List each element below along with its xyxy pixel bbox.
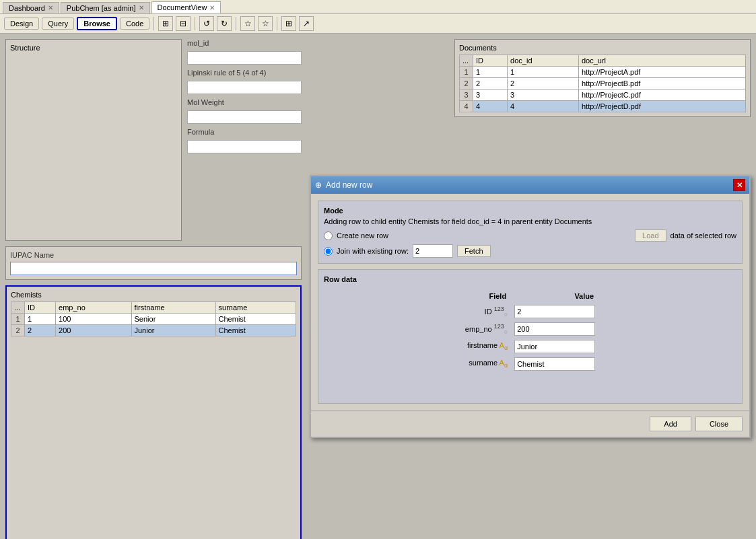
load-button[interactable]: Load [635, 229, 666, 242]
row-num: 1 [460, 67, 473, 78]
list-item: emp_no 123○ [462, 321, 598, 337]
doc-id: 2 [473, 78, 508, 89]
tab-pubchem-label: PubChem [as admin] [67, 4, 136, 12]
tab-documentview-label: DocumentView [158, 3, 207, 11]
toolbar-sep-3 [236, 17, 236, 30]
chemist-firstname: Senior [131, 314, 215, 325]
join-existing-radio[interactable] [324, 247, 333, 256]
toolbar-icon-4[interactable]: ↻ [217, 16, 232, 31]
close-button[interactable]: Close [695, 417, 743, 431]
value-col-header: Value [512, 290, 598, 302]
documents-col-dots: ... [460, 55, 473, 67]
formula-input[interactable] [187, 140, 302, 153]
fields-section: mol_id Lipinski rule of 5 (4 of 4) Mol W… [187, 39, 302, 241]
table-row[interactable]: 4 4 4 http://ProjectD.pdf [460, 101, 746, 112]
table-row[interactable]: 1 1 1 http://ProjectA.pdf [460, 67, 746, 78]
formula-group: Formula [187, 128, 302, 153]
row-field-input[interactable] [514, 305, 595, 318]
main-content: Structure mol_id Lipinski rule of 5 (4 o… [0, 34, 756, 539]
tab-dashboard[interactable]: Dashboard ✕ [3, 2, 59, 13]
lipinski-label: Lipinski rule of 5 (4 of 4) [187, 69, 302, 77]
dialog-close-button[interactable]: ✕ [733, 179, 745, 191]
chemists-col-firstname: firstname [131, 302, 215, 314]
tab-documentview[interactable]: DocumentView ✕ [151, 1, 221, 13]
join-value-input[interactable] [413, 244, 453, 258]
doc-docid: 4 [508, 101, 579, 112]
lipinski-group: Lipinski rule of 5 (4 of 4) [187, 69, 302, 94]
toolbar-icon-7[interactable]: ⊞ [281, 16, 296, 31]
row-field-name: ID 123○ [462, 303, 510, 320]
doc-docid: 3 [508, 89, 579, 101]
doc-url: http://ProjectD.pdf [578, 101, 745, 112]
browse-button[interactable]: Browse [77, 17, 117, 30]
iupac-input[interactable] [10, 262, 297, 275]
doc-id: 4 [473, 101, 508, 112]
table-row[interactable]: 2 2 2 http://ProjectB.pdf [460, 78, 746, 89]
row-field-input[interactable] [514, 322, 595, 336]
dialog-footer: Add Close [311, 410, 749, 437]
toolbar-icon-6[interactable]: ☆ [258, 16, 273, 31]
structure-section: Structure [5, 39, 182, 241]
tab-dashboard-close[interactable]: ✕ [48, 4, 53, 11]
row-data-table: Field Value ID 123○ emp_no 123○ firstnam… [461, 289, 599, 373]
mol-id-group: mol_id [187, 39, 302, 65]
field-col-header: Field [462, 290, 510, 302]
toolbar-icon-2[interactable]: ⊟ [176, 16, 191, 31]
dialog-titlebar: ⊕ Add new row ✕ [311, 176, 749, 194]
toolbar-icon-1[interactable]: ⊞ [158, 16, 173, 31]
chemists-col-empno: emp_no [56, 302, 131, 314]
toolbar-icon-5[interactable]: ☆ [240, 16, 255, 31]
mol-id-label: mol_id [187, 39, 302, 47]
row-field-input[interactable] [514, 357, 595, 371]
chemist-id: 1 [25, 314, 56, 325]
mol-weight-input[interactable] [187, 110, 302, 124]
fetch-button[interactable]: Fetch [457, 245, 491, 257]
row-field-value-cell [512, 356, 598, 372]
doc-url: http://ProjectB.pdf [578, 78, 745, 89]
table-row[interactable]: 1 1 100 Senior Chemist [11, 314, 296, 325]
row-data-title: Row data [324, 275, 736, 283]
tab-documentview-close[interactable]: ✕ [209, 4, 215, 11]
data-of-selected-label: data of selected row [671, 231, 736, 240]
documents-col-id: ID [473, 55, 508, 67]
row-field-value-cell [512, 338, 598, 355]
chemist-empno: 200 [56, 325, 131, 336]
create-new-radio[interactable] [324, 231, 333, 240]
mode-title: Mode [324, 207, 736, 215]
list-item: firstname Aα [462, 338, 598, 355]
formula-label: Formula [187, 128, 302, 136]
table-row[interactable]: 2 2 200 Junior Chemist [11, 325, 296, 336]
table-row[interactable]: 3 3 3 http://ProjectC.pdf [460, 89, 746, 101]
documents-section: Documents ... ID doc_id doc_url 1 1 1 ht… [454, 39, 751, 117]
mol-id-input[interactable] [187, 51, 302, 65]
add-button[interactable]: Add [650, 417, 691, 431]
mode-section: Mode Adding row to child entity Chemists… [318, 201, 743, 264]
iupac-label: IUPAC Name [10, 251, 297, 259]
row-field-value-cell [512, 303, 598, 320]
row-num: 2 [11, 325, 25, 336]
toolbar-icon-8[interactable]: ↗ [299, 16, 314, 31]
row-field-name: emp_no 123○ [462, 321, 510, 337]
dialog-body: Mode Adding row to child entity Chemists… [311, 194, 749, 410]
dialog-title: ⊕ Add new row [315, 180, 372, 190]
toolbar-icon-3[interactable]: ↺ [199, 16, 214, 31]
query-button[interactable]: Query [42, 17, 74, 30]
toolbar-sep-4 [277, 17, 277, 30]
row-num: 2 [460, 78, 473, 89]
documents-table: ... ID doc_id doc_url 1 1 1 http://Proje… [459, 55, 746, 112]
tab-pubchem-close[interactable]: ✕ [139, 4, 144, 11]
row-num: 4 [460, 101, 473, 112]
toolbar-sep-2 [195, 17, 195, 30]
toolbar-sep-1 [153, 17, 154, 30]
row-field-value-cell [512, 321, 598, 337]
design-button[interactable]: Design [4, 17, 39, 30]
doc-url: http://ProjectC.pdf [578, 89, 745, 101]
chemist-surname: Chemist [215, 314, 296, 325]
code-button[interactable]: Code [120, 17, 149, 30]
doc-docid: 1 [508, 67, 579, 78]
row-field-input[interactable] [514, 340, 595, 353]
join-existing-option: Join with existing row: Fetch [324, 244, 736, 258]
lipinski-input[interactable] [187, 81, 302, 94]
tab-pubchem[interactable]: PubChem [as admin] ✕ [61, 2, 150, 13]
left-panel: Structure mol_id Lipinski rule of 5 (4 o… [5, 39, 302, 539]
